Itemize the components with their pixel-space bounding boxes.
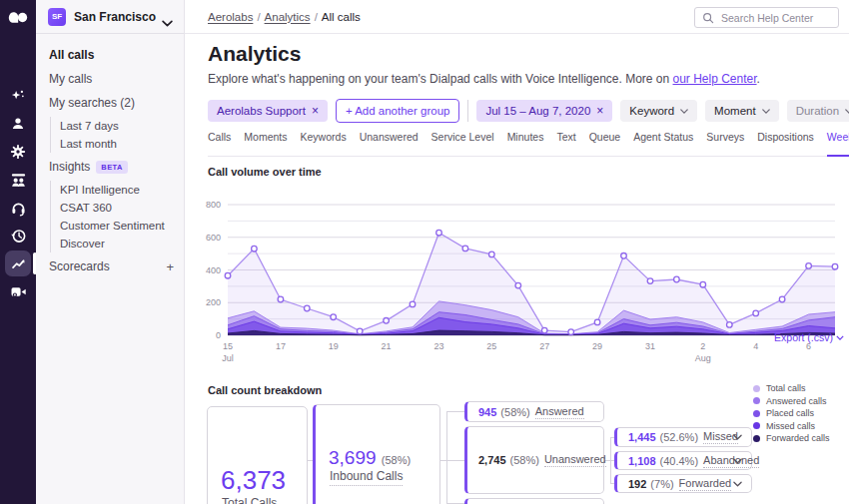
tab-unanswered[interactable]: Unanswered (360, 131, 419, 156)
description-text: Explore what's happening on your team's … (208, 72, 673, 86)
breakdown-node-inbound-calls: 3,699 (58%) Inbound Calls (313, 404, 440, 504)
sidebar-item-all-calls[interactable]: All calls (36, 43, 184, 67)
svg-text:23: 23 (433, 341, 443, 351)
sidebar-item-label: All calls (49, 48, 94, 62)
chip-label: + Add another group (346, 105, 450, 117)
contacts-icon (10, 116, 26, 132)
sidebar-item-discover[interactable]: Discover (60, 235, 184, 252)
remove-filter-icon[interactable]: × (312, 104, 319, 118)
support-headset-icon (10, 200, 27, 217)
sidebar-item-csat-360[interactable]: CSAT 360 (60, 199, 184, 217)
filter-chip-aerolabs-support[interactable]: Aerolabs Support× (208, 100, 328, 122)
tab-dispositions[interactable]: Dispositions (757, 131, 814, 156)
chevron-down-icon[interactable] (733, 458, 742, 464)
sidebar-item-label: My calls (49, 72, 92, 86)
rail-settings-icon[interactable] (0, 138, 36, 166)
missed-pct: (52.6%) (660, 431, 699, 443)
legend-item-total-calls[interactable]: Total calls (753, 383, 830, 393)
sidebar-subgroup: KPI IntelligenceCSAT 360Customer Sentime… (50, 181, 184, 252)
breakdown-node-answered: 945(58%)Answered (464, 401, 604, 422)
sidebar-item-insights[interactable]: InsightsBETA (36, 155, 184, 179)
tab-keywords[interactable]: Keywords (301, 131, 347, 156)
forwarded-pct: (7%) (650, 478, 673, 490)
rail-call-history-icon[interactable] (0, 222, 36, 250)
breakdown-node-forwarded[interactable]: 192(7%)Forwarded (614, 474, 752, 493)
breakdown-title: Call count breakdown (208, 384, 322, 396)
chip-label: Duration (796, 105, 839, 117)
rail-contacts-icon[interactable] (0, 110, 36, 138)
chevron-down-icon (762, 109, 770, 114)
svg-text:Aug: Aug (695, 353, 711, 363)
tab-queue[interactable]: Queue (589, 131, 621, 156)
rail-coaching-icon[interactable] (0, 166, 36, 194)
sidebar-item-my-calls[interactable]: My calls (36, 67, 184, 91)
coaching-icon (10, 172, 27, 189)
svg-text:15: 15 (223, 341, 233, 351)
sidebar-item-kpi-intelligence[interactable]: KPI Intelligence (60, 181, 184, 199)
add-scorecard-button[interactable]: + (166, 259, 174, 274)
svg-text:31: 31 (645, 341, 655, 351)
settings-icon (10, 144, 26, 160)
office-name: San Francisco (74, 10, 156, 24)
ai-sparkles-icon (10, 88, 27, 105)
export-csv-link[interactable]: Export (.csv) (774, 331, 844, 343)
tab-text[interactable]: Text (556, 131, 575, 156)
breadcrumb-aerolabs[interactable]: Aerolabs (208, 11, 253, 23)
tab-surveys[interactable]: Surveys (706, 131, 744, 156)
sidebar-item-last-7-days[interactable]: Last 7 days (60, 117, 184, 135)
filter-chip-jul-15-aug-7-2020[interactable]: Jul 15 – Aug 7, 2020× (476, 100, 612, 122)
breakdown-node-missed[interactable]: 1,445(52.6%)Missed (614, 427, 752, 447)
call-volume-chart: 020040060080015Jul17192123252729312Aug46 (200, 188, 847, 369)
chip-label: Aerolabs Support (217, 105, 306, 117)
tab-calls[interactable]: Calls (208, 131, 231, 156)
rail-support-headset-icon[interactable] (0, 194, 36, 222)
office-avatar: SF (48, 8, 66, 26)
rail-meetings-camera-icon[interactable] (0, 277, 36, 305)
sidebar-subgroup: Last 7 daysLast month (50, 117, 184, 153)
tab-bar: CallsMomentsKeywordsUnansweredService Le… (208, 131, 849, 157)
call-count-tree: 6,373 Total Calls 3,699 (58%) Inbound Ca… (204, 401, 783, 504)
office-selector[interactable]: SF San Francisco (36, 0, 184, 34)
inbound-calls-label: Inbound Calls (330, 469, 403, 483)
sidebar-item-scorecards[interactable]: Scorecards+ (36, 254, 184, 278)
sidebar-item-label: My searches (2) (49, 96, 135, 110)
tab-moments[interactable]: Moments (244, 131, 287, 156)
filter-dropdown-keyword[interactable]: Keyword (620, 100, 697, 122)
svg-text:21: 21 (382, 341, 392, 351)
sidebar-item-customer-sentiment[interactable]: Customer Sentiment (60, 217, 184, 235)
sidebar-nav: All callsMy callsMy searches (2)Last 7 d… (36, 34, 184, 278)
search-input[interactable] (719, 11, 838, 25)
page-description: Explore what's happening on your team's … (208, 72, 760, 86)
svg-text:4: 4 (753, 341, 758, 351)
tab-minutes[interactable]: Minutes (507, 131, 544, 156)
chevron-down-icon[interactable] (733, 434, 742, 440)
tab-weekly-averages[interactable]: Weekly Averages (827, 131, 849, 157)
sidebar: SF San Francisco All callsMy callsMy sea… (36, 0, 185, 504)
rail-ai-sparkles-icon[interactable] (0, 82, 36, 110)
tab-service-level[interactable]: Service Level (431, 131, 494, 156)
unanswered-value: 2,745 (478, 454, 506, 466)
export-label: Export (.csv) (774, 331, 833, 343)
breakdown-node-partial (464, 498, 604, 504)
filter-dropdown-duration[interactable]: Duration (787, 100, 849, 122)
sidebar-item-label: Insights (49, 160, 90, 174)
tab-agent-status[interactable]: Agent Status (633, 131, 693, 156)
answered-label: Answered (535, 405, 584, 419)
main-content: Aerolabs/Analytics/All calls Analytics E… (185, 0, 849, 504)
add-group-button[interactable]: + Add another group (336, 99, 460, 123)
rail-dialpad-logo-icon[interactable] (0, 0, 36, 34)
filter-dropdown-moment[interactable]: Moment (705, 100, 779, 122)
breakdown-node-abandoned[interactable]: 1,108(40.4%)Abandoned (614, 451, 752, 470)
remove-filter-icon[interactable]: × (596, 104, 603, 118)
breadcrumb-separator: / (315, 11, 318, 23)
breadcrumb-analytics[interactable]: Analytics (265, 11, 311, 23)
help-center-link[interactable]: our Help Center (673, 72, 757, 86)
topbar: Aerolabs/Analytics/All calls (185, 0, 849, 34)
missed-value: 1,445 (628, 431, 656, 443)
app-icon-rail (0, 0, 36, 504)
rail-analytics-icon[interactable] (0, 250, 36, 277)
search-icon (702, 12, 714, 24)
sidebar-item-last-month[interactable]: Last month (60, 135, 184, 153)
sidebar-item-my-searches-2[interactable]: My searches (2) (36, 91, 184, 115)
chevron-down-icon[interactable] (733, 481, 742, 487)
